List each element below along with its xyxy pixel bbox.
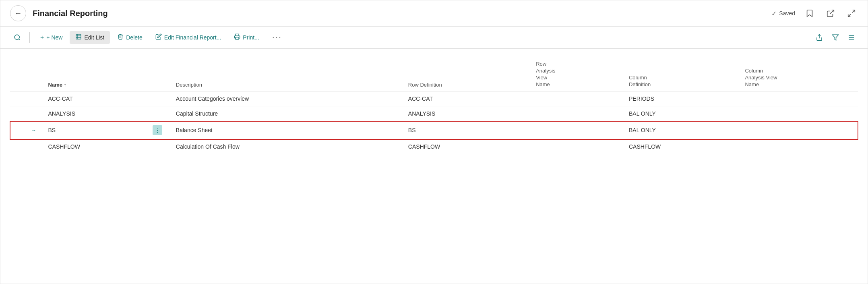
row-selector — [10, 106, 27, 121]
new-label: + New — [46, 34, 62, 41]
row-description: Capital Structure — [173, 106, 405, 121]
column-analysis-view-name — [742, 121, 858, 139]
row-description: Account Categories overview — [173, 91, 405, 106]
more-actions-button[interactable]: ··· — [267, 30, 287, 45]
print-icon — [234, 33, 240, 41]
row-name: BS — [45, 121, 150, 139]
th-column-analysis-view-name[interactable]: Column Analysis View Name — [742, 49, 858, 91]
th-drag — [149, 49, 173, 91]
delete-button[interactable]: Delete — [112, 31, 148, 44]
svg-line-0 — [830, 10, 834, 14]
app-container: ← Financial Reporting ✓ Saved — [0, 0, 868, 284]
header-left: ← Financial Reporting — [10, 5, 108, 21]
table-row[interactable]: ACC-CATAccount Categories overviewACC-CA… — [10, 91, 858, 106]
row-definition: CASHFLOW — [405, 139, 533, 154]
table-body: ACC-CATAccount Categories overviewACC-CA… — [10, 91, 858, 154]
share-button[interactable] — [813, 31, 826, 44]
new-button[interactable]: + + New — [35, 31, 68, 44]
th-arrow — [27, 49, 45, 91]
row-definition: ANALYSIS — [405, 106, 533, 121]
row-analysis-view-name — [533, 121, 626, 139]
toolbar-right — [813, 31, 858, 44]
row-arrow — [27, 106, 45, 121]
th-row-definition[interactable]: Row Definition — [405, 49, 533, 91]
edit-list-icon — [75, 33, 82, 41]
filter-button[interactable] — [829, 31, 842, 44]
row-arrow — [27, 139, 45, 154]
toolbar: + + New Edit List — [0, 27, 868, 49]
th-selector — [10, 49, 27, 91]
column-chooser-button[interactable] — [845, 31, 858, 44]
edit-financial-report-icon — [155, 33, 162, 41]
row-drag-handle — [149, 139, 173, 154]
th-column-definition[interactable]: Column Definition — [626, 49, 742, 91]
print-button[interactable]: Print... — [228, 31, 265, 44]
row-analysis-view-name — [533, 139, 626, 154]
column-definition: PERIODS — [626, 91, 742, 106]
row-drag-handle — [149, 91, 173, 106]
th-name-label: Name ↑ — [48, 82, 67, 88]
th-column-definition-label: Column Definition — [629, 75, 651, 87]
header-right: ✓ Saved — [771, 7, 858, 20]
back-button[interactable]: ← — [10, 5, 26, 21]
search-button[interactable] — [10, 30, 25, 45]
row-description: Balance Sheet — [173, 121, 405, 139]
bookmark-button[interactable] — [803, 7, 816, 20]
edit-financial-report-button[interactable]: Edit Financial Report... — [150, 31, 227, 44]
edit-list-button[interactable]: Edit List — [70, 31, 110, 44]
column-analysis-view-name — [742, 139, 858, 154]
open-in-new-button[interactable] — [824, 7, 837, 20]
edit-financial-report-label: Edit Financial Report... — [164, 34, 221, 41]
new-icon: + — [40, 34, 44, 41]
th-name[interactable]: Name ↑ — [45, 49, 150, 91]
row-selector — [10, 121, 27, 139]
row-name: CASHFLOW — [45, 139, 150, 154]
svg-rect-5 — [76, 34, 81, 39]
drag-handle-icon[interactable]: ⋮ — [153, 125, 162, 135]
row-analysis-view-name — [533, 106, 626, 121]
th-column-analysis-label: Column Analysis View Name — [745, 68, 777, 87]
svg-rect-9 — [236, 37, 239, 39]
saved-checkmark-icon: ✓ — [771, 10, 777, 17]
saved-status: ✓ Saved — [771, 10, 795, 17]
svg-point-3 — [14, 35, 19, 39]
delete-label: Delete — [126, 34, 142, 41]
table-row[interactable]: ANALYSISCapital StructureANALYSISBAL ONL… — [10, 106, 858, 121]
row-selector — [10, 139, 27, 154]
row-analysis-view-name — [533, 91, 626, 106]
column-definition: CASHFLOW — [626, 139, 742, 154]
th-description-label: Description — [176, 82, 202, 88]
row-drag-handle — [149, 106, 173, 121]
row-definition: BS — [405, 121, 533, 139]
column-definition: BAL ONLY — [626, 106, 742, 121]
th-row-analysis-view-name[interactable]: Row Analysis View Name — [533, 49, 626, 91]
more-icon: ··· — [272, 32, 282, 43]
delete-icon — [117, 33, 124, 41]
th-description[interactable]: Description — [173, 49, 405, 91]
column-analysis-view-name — [742, 91, 858, 106]
row-name: ANALYSIS — [45, 106, 150, 121]
table-row[interactable]: CASHFLOWCalculation Of Cash FlowCASHFLOW… — [10, 139, 858, 154]
expand-button[interactable] — [845, 7, 858, 20]
back-icon: ← — [14, 9, 22, 18]
table-header-row: Name ↑ Description Row Definition Row An… — [10, 49, 858, 91]
svg-marker-11 — [833, 35, 839, 40]
table-row[interactable]: →BS⋮Balance SheetBSBAL ONLY — [10, 121, 858, 139]
row-name: ACC-CAT — [45, 91, 150, 106]
print-label: Print... — [243, 34, 259, 41]
toolbar-divider-1 — [29, 32, 30, 43]
saved-label: Saved — [779, 10, 795, 17]
page-title: Financial Reporting — [33, 9, 108, 18]
row-arrow — [27, 91, 45, 106]
svg-line-4 — [19, 39, 20, 40]
table-container: Name ↑ Description Row Definition Row An… — [0, 49, 868, 154]
svg-line-2 — [848, 14, 851, 17]
row-definition: ACC-CAT — [405, 91, 533, 106]
svg-line-1 — [852, 10, 855, 12]
column-definition: BAL ONLY — [626, 121, 742, 139]
row-description: Calculation Of Cash Flow — [173, 139, 405, 154]
row-drag-handle[interactable]: ⋮ — [149, 121, 173, 139]
row-arrow: → — [27, 121, 45, 139]
edit-list-label: Edit List — [84, 34, 104, 41]
row-selector — [10, 91, 27, 106]
